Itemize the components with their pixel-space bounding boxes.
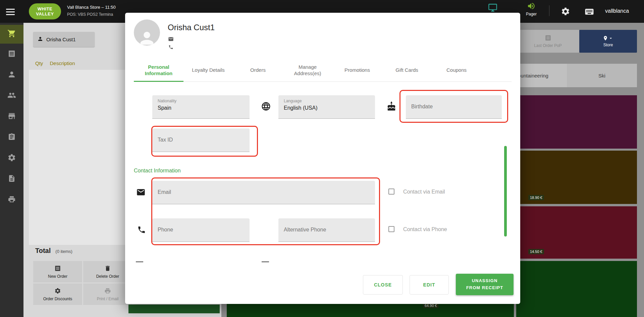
- sidebar-item-settings[interactable]: [0, 149, 23, 168]
- nav-sidebar: [0, 23, 23, 317]
- pager-label: Pager: [522, 12, 541, 16]
- receipts-icon: [8, 50, 16, 59]
- price-badge: 18.90 €: [528, 195, 544, 200]
- sidebar-item-tasks[interactable]: [0, 128, 23, 147]
- documents-icon: [8, 174, 16, 184]
- category-tab-label: Ski: [598, 73, 605, 78]
- logo-line1: WHITE: [38, 6, 52, 11]
- language-value: English (USA): [284, 103, 375, 111]
- unassign-from-receipt-button[interactable]: UNASSIGN FROM RECEIPT: [456, 274, 514, 295]
- contact-via-email-checkbox[interactable]: [388, 189, 394, 195]
- avatar-person-icon: [137, 29, 157, 46]
- cart-icon: [7, 29, 16, 39]
- new-order-button[interactable]: New Order: [33, 261, 82, 282]
- assigned-customer-tab[interactable]: Orisha Cust1: [33, 32, 95, 47]
- order-actions: New Order Delete Order Order Discounts P…: [33, 261, 132, 305]
- customer-tab-label: Orisha Cust1: [46, 37, 76, 42]
- contact-information-heading: Contact Information: [134, 168, 181, 174]
- product-tile[interactable]: [516, 95, 637, 149]
- category-tab-label: ountaineering: [518, 73, 548, 78]
- items-count: (0 items): [55, 249, 72, 254]
- customer-details-modal: Orisha Cust1 Personal Information Loyalt…: [125, 13, 520, 304]
- nationality-field[interactable]: Nationality Spain: [152, 95, 250, 119]
- tax-id-field[interactable]: Tax ID: [152, 128, 250, 152]
- tasks-icon: [8, 133, 16, 142]
- last-order-icon: [545, 35, 551, 42]
- sidebar-item-receipts[interactable]: [0, 45, 23, 64]
- new-order-icon: [54, 265, 61, 273]
- logo-line2: VALLEY: [36, 11, 54, 16]
- cake-icon: [386, 101, 396, 113]
- display-icon[interactable]: [488, 3, 497, 12]
- contact-via-phone-checkbox[interactable]: [388, 226, 394, 232]
- birthdate-field[interactable]: Birthdate: [406, 95, 502, 119]
- store-button-label: Store: [603, 43, 613, 47]
- gear-icon[interactable]: [561, 7, 570, 16]
- order-discounts-icon: [54, 287, 61, 295]
- tab-loyalty-details[interactable]: Loyalty Details: [183, 58, 233, 82]
- email-icon: [168, 36, 174, 43]
- description-column-header: Description: [50, 60, 75, 66]
- mail-icon: [136, 188, 146, 198]
- print-email-icon: [104, 287, 111, 295]
- pay-button-partial[interactable]: [128, 305, 220, 313]
- sidebar-item-documents[interactable]: [0, 170, 23, 189]
- pos-application: WHITE VALLEY Vall Blanca Store – 11:50 P…: [0, 0, 644, 317]
- location-pin-icon: [603, 36, 608, 42]
- sidebar-item-team[interactable]: [0, 87, 23, 105]
- collapsed-row-dash: [136, 261, 143, 262]
- sidebar-item-cart[interactable]: [0, 25, 23, 44]
- store-icon: [7, 112, 16, 122]
- store-info: Vall Blanca Store – 11:50 POS: VBS POS2 …: [67, 5, 126, 17]
- collapsed-row-dash: [262, 261, 269, 262]
- edit-button[interactable]: EDIT: [410, 275, 449, 295]
- tab-personal-information[interactable]: Personal Information: [134, 58, 183, 82]
- store-name: Vall Blanca Store – 11:50: [67, 5, 126, 10]
- phone-icon: [168, 45, 173, 51]
- phone-field[interactable]: Phone: [152, 218, 250, 242]
- pager-control[interactable]: Pager: [522, 2, 541, 16]
- topbar-divider: [549, 5, 549, 16]
- order-discounts-button[interactable]: Order Discounts: [33, 283, 82, 305]
- last-order-label: Last Order PoP: [534, 43, 562, 48]
- modal-scrollbar-thumb[interactable]: [504, 146, 507, 236]
- birthdate-placeholder: Birthdate: [411, 95, 502, 118]
- tab-manage-addresses[interactable]: Manage Address(es): [283, 58, 332, 82]
- sidebar-item-customers[interactable]: [0, 66, 23, 85]
- product-tile[interactable]: [516, 261, 637, 317]
- tab-gift-cards[interactable]: Gift Cards: [382, 58, 432, 82]
- total-row: Total (0 items): [35, 247, 72, 255]
- tab-coupons[interactable]: Coupons: [432, 58, 481, 82]
- terminal-name: POS: VBS POS2 Termina: [67, 12, 126, 17]
- sidebar-item-printer[interactable]: [0, 191, 23, 209]
- qty-column-header: Qty: [35, 60, 43, 66]
- last-order-pop-button[interactable]: Last Order PoP: [517, 30, 579, 53]
- tab-orders[interactable]: Orders: [233, 58, 283, 82]
- customer-name: Orisha Cust1: [168, 23, 215, 32]
- store-selector-button[interactable]: Store: [579, 30, 637, 53]
- tab-promotions[interactable]: Promotions: [332, 58, 382, 82]
- username[interactable]: vallblanca: [605, 8, 629, 14]
- contact-via-email-label: Contact via Email: [403, 189, 445, 195]
- person-icon: [37, 36, 43, 43]
- price-badge: 14.50 €: [528, 249, 544, 254]
- team-icon: [7, 91, 16, 101]
- customer-avatar: [134, 19, 160, 46]
- category-tab-ski[interactable]: Ski: [567, 64, 637, 87]
- receipt-columns: Qty Description: [35, 60, 80, 66]
- settings-icon: [7, 153, 16, 163]
- keyboard-icon[interactable]: [584, 7, 594, 17]
- delete-order-icon: [104, 265, 111, 273]
- menu-icon[interactable]: [6, 7, 15, 16]
- print-email-label: Print / Email: [97, 297, 119, 301]
- email-field[interactable]: Email: [152, 181, 375, 204]
- alternative-phone-field[interactable]: Alternative Phone: [278, 218, 375, 242]
- tax-id-placeholder: Tax ID: [158, 128, 250, 151]
- sidebar-item-store[interactable]: [0, 107, 23, 126]
- phone-icon: [137, 225, 146, 235]
- phone-placeholder: Phone: [158, 218, 250, 241]
- close-button[interactable]: CLOSE: [363, 275, 403, 295]
- nationality-label: Nationality: [158, 95, 250, 103]
- pager-icon: [527, 2, 536, 10]
- language-field[interactable]: Language English (USA): [278, 95, 375, 119]
